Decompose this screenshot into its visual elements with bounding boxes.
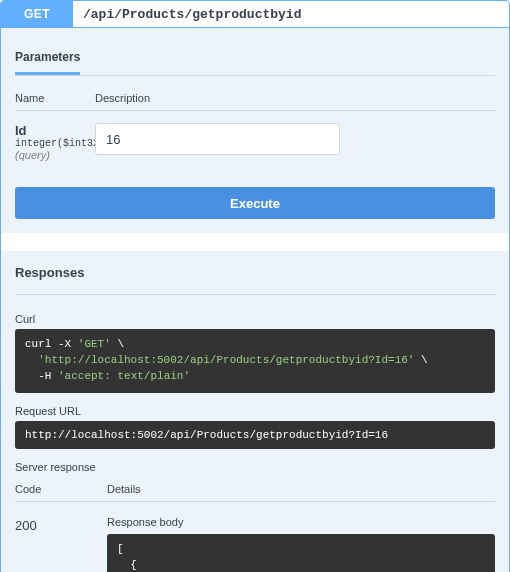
parameters-table: Name Description Id integer($int32) (que… xyxy=(15,86,495,161)
http-method-badge: GET xyxy=(1,1,73,27)
request-url-label: Request URL xyxy=(15,405,495,421)
execute-button[interactable]: Execute xyxy=(15,187,495,219)
curl-block: curl -X 'GET' \ 'http://localhost:5002/a… xyxy=(15,329,495,393)
curl-indent-2 xyxy=(25,354,38,366)
response-col-details: Details xyxy=(107,483,495,495)
response-code: 200 xyxy=(15,516,107,572)
endpoint-path: /api/Products/getproductbyid xyxy=(73,7,509,22)
param-location: (query) xyxy=(15,149,95,161)
responses-heading: Responses xyxy=(15,251,495,295)
response-body-label: Response body xyxy=(107,516,495,528)
response-json-block: [ { "productId": 16, "productName": "TV"… xyxy=(107,534,495,572)
operation-content: Parameters Name Description Id integer($… xyxy=(0,28,510,572)
param-input-id[interactable] xyxy=(95,123,340,155)
response-table-header: Code Details xyxy=(15,477,495,502)
param-type: integer($int32) xyxy=(15,138,95,149)
curl-url: 'http://localhost:5002/api/Products/getp… xyxy=(38,354,414,366)
curl-text-1: curl -X xyxy=(25,338,78,350)
response-body-cell: Response body [ { "productId": 16, "prod… xyxy=(107,516,495,572)
curl-text-1c: \ xyxy=(111,338,124,350)
request-url-block: http://localhost:5002/api/Products/getpr… xyxy=(15,421,495,449)
param-col-name: Name xyxy=(15,92,95,104)
response-col-code: Code xyxy=(15,483,107,495)
server-response-label: Server response xyxy=(15,461,495,477)
operation-header[interactable]: GET /api/Products/getproductbyid xyxy=(0,0,510,28)
curl-text-3a: -H xyxy=(25,370,58,382)
curl-header: 'accept: text/plain' xyxy=(58,370,190,382)
section-gap xyxy=(1,233,509,251)
param-col-description: Description xyxy=(95,92,495,104)
response-row: 200 Response body [ { "productId": 16, "… xyxy=(15,516,495,572)
param-name-cell: Id integer($int32) (query) xyxy=(15,123,95,161)
curl-text-2c: \ xyxy=(414,354,427,366)
param-row: Id integer($int32) (query) xyxy=(15,123,495,161)
param-value-cell xyxy=(95,123,495,161)
param-table-header: Name Description xyxy=(15,86,495,111)
tab-parameters[interactable]: Parameters xyxy=(15,42,80,75)
tabs: Parameters xyxy=(15,42,495,76)
curl-label: Curl xyxy=(15,313,495,329)
param-name: Id xyxy=(15,123,95,138)
curl-method: 'GET' xyxy=(78,338,111,350)
